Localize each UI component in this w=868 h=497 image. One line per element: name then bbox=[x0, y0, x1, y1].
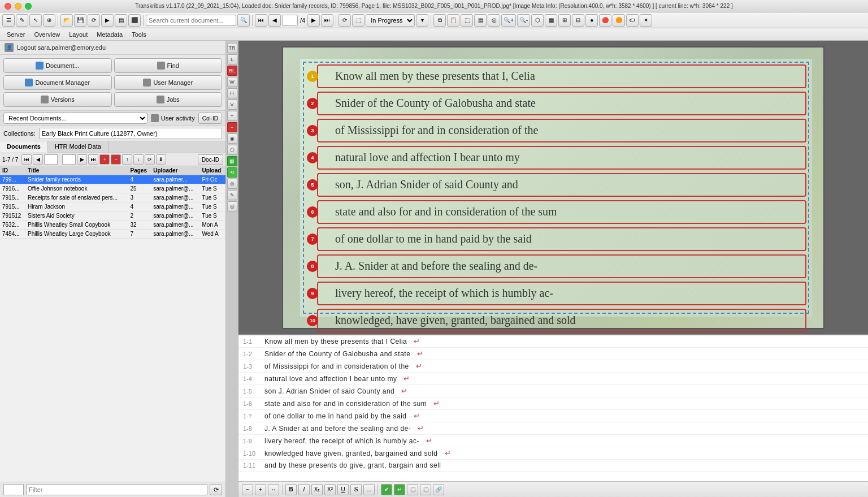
side-tr-icon[interactable]: TR bbox=[227, 43, 237, 53]
side-edit-icon[interactable]: ✎ bbox=[227, 190, 237, 200]
zoom-in-icon[interactable]: 🔍+ bbox=[501, 14, 516, 27]
user-activity-label[interactable]: User activity bbox=[161, 115, 195, 122]
menu-metadata[interactable]: Metadata bbox=[92, 30, 127, 39]
transcription-line[interactable]: 1-3of Mississippi for and in considerati… bbox=[238, 360, 868, 373]
tool15-icon[interactable]: ● bbox=[585, 14, 598, 27]
menu-server[interactable]: Server bbox=[2, 30, 29, 39]
col-header-title[interactable]: Title bbox=[25, 166, 128, 175]
recent-docs-select[interactable]: Recent Documents... bbox=[3, 113, 147, 124]
docs-prev-btn[interactable]: ◀ bbox=[33, 154, 43, 165]
prev-page-button[interactable]: ◀ bbox=[268, 14, 281, 27]
docs-last-btn[interactable]: ⏭ bbox=[88, 154, 98, 165]
transcription-line[interactable]: 1-7of one dollar to me in hand paid by t… bbox=[238, 410, 868, 422]
tool3-icon[interactable]: ▶ bbox=[101, 14, 114, 27]
transcription-line[interactable]: 1-10knowledged have given, granted, barg… bbox=[238, 447, 868, 460]
tool18-icon[interactable]: ✦ bbox=[640, 14, 652, 27]
tool4-icon[interactable]: ▤ bbox=[115, 14, 127, 27]
search-button[interactable]: 🔍 bbox=[237, 14, 250, 27]
tool5-icon[interactable]: ⬛ bbox=[128, 14, 141, 27]
ms-line-1[interactable]: 1 Know all men by these presents that I,… bbox=[317, 64, 806, 88]
table-row[interactable]: 7632...Phillis Wheatley Small Copybook32… bbox=[0, 221, 225, 230]
menu-layout[interactable]: Layout bbox=[64, 30, 92, 39]
document-image-area[interactable]: 1 Know all men by these presents that I,… bbox=[238, 41, 868, 334]
table-row[interactable]: 7915...Receipts for sale of enslaved per… bbox=[0, 193, 225, 202]
paste-icon[interactable]: 📋 bbox=[447, 14, 459, 27]
tool8-icon[interactable]: ⬚ bbox=[461, 14, 473, 27]
status-select[interactable]: In Progress New GT Final bbox=[366, 14, 415, 27]
menu-tools[interactable]: Tools bbox=[127, 30, 151, 39]
minimize-button[interactable] bbox=[15, 3, 21, 10]
ms-line-8[interactable]: 8 J. A. Snider at and before the sealing… bbox=[317, 254, 806, 278]
edit-icon[interactable]: ✎ bbox=[16, 14, 28, 27]
first-page-button[interactable]: ⏮ bbox=[255, 14, 267, 27]
table-row[interactable]: 7484...Phillis Wheatley Large Copybook7s… bbox=[0, 230, 225, 239]
docs-download-btn[interactable]: ↓ bbox=[133, 154, 144, 165]
tag-icon[interactable]: 🏷 bbox=[626, 14, 639, 27]
underline-button[interactable]: U bbox=[337, 484, 349, 495]
table-row[interactable]: 7916...Offie Johnson notebook25sara.palm… bbox=[0, 184, 225, 193]
side-l-icon[interactable]: L bbox=[227, 54, 237, 64]
bold-button[interactable]: B bbox=[285, 484, 297, 495]
cursor-icon[interactable]: ↖ bbox=[29, 14, 42, 27]
status-dropdown-icon[interactable]: ▾ bbox=[416, 14, 428, 27]
filter-input[interactable] bbox=[26, 484, 207, 495]
italic-button[interactable]: I bbox=[298, 484, 310, 495]
ms-line-7[interactable]: 7 of one dollar to me in hand paid by th… bbox=[317, 227, 806, 251]
tool14-icon[interactable]: ⊟ bbox=[572, 14, 584, 27]
transcription-line[interactable]: 1-5son J. Adrian Snider of said County a… bbox=[238, 385, 868, 397]
tool9-icon[interactable]: ▤ bbox=[474, 14, 487, 27]
doc-id-button[interactable]: Doc-ID bbox=[198, 154, 223, 165]
box1-btn[interactable]: ⬚ bbox=[407, 484, 418, 495]
find-button[interactable]: Find bbox=[114, 58, 223, 73]
more-options-btn[interactable]: ... bbox=[363, 484, 375, 495]
side-add-icon[interactable]: ⊕ bbox=[227, 179, 237, 189]
ms-line-2[interactable]: 2 Snider of the County of Galobusha and … bbox=[317, 92, 806, 115]
tool17-icon[interactable]: 🟠 bbox=[613, 14, 625, 27]
table-row[interactable]: 799...Snider family records4sara.palmer.… bbox=[0, 175, 225, 184]
transcription-line[interactable]: 1-11and by these presents do give, grant… bbox=[238, 460, 868, 472]
tool2-icon[interactable]: ⟳ bbox=[88, 14, 100, 27]
docs-page-input[interactable]: 1 bbox=[44, 154, 58, 165]
zoom-out-icon[interactable]: 🔍- bbox=[517, 14, 530, 27]
transcription-line[interactable]: 1-2Snider of the County of Galobusha and… bbox=[238, 348, 868, 360]
return-btn[interactable]: ↵ bbox=[394, 484, 405, 495]
col-id-button[interactable]: Col-ID bbox=[198, 113, 222, 124]
transcription-line[interactable]: 1-6state and also for and in considerati… bbox=[238, 397, 868, 410]
docs-filter-btn[interactable]: ⬇ bbox=[156, 154, 166, 165]
tool10-icon[interactable]: ◎ bbox=[488, 14, 500, 27]
ms-line-6[interactable]: 6 state and also for and in consideratio… bbox=[317, 200, 806, 224]
menu-icon[interactable]: ☰ bbox=[2, 14, 15, 27]
col-header-uploader[interactable]: Uploader bbox=[151, 166, 199, 175]
tool6-icon[interactable]: ⟳ bbox=[338, 14, 351, 27]
strikethrough-button[interactable]: S bbox=[350, 484, 362, 495]
side-h-icon[interactable]: H bbox=[227, 88, 237, 98]
tab-htr-model[interactable]: HTR Model Data bbox=[48, 141, 108, 153]
last-page-button[interactable]: ⏭ bbox=[321, 14, 333, 27]
document-button[interactable]: Document... bbox=[3, 58, 112, 73]
tool1-icon[interactable]: ⊕ bbox=[43, 14, 55, 27]
side-v-icon[interactable]: V bbox=[227, 100, 237, 110]
open-icon[interactable]: 📂 bbox=[60, 14, 73, 27]
superscript-button[interactable]: X² bbox=[324, 484, 336, 495]
green-check-btn[interactable]: ✔ bbox=[381, 484, 392, 495]
filter-refresh-button[interactable]: ⟳ bbox=[210, 484, 222, 495]
text-arrows-btn[interactable]: ↔ bbox=[268, 484, 279, 495]
side-circle-icon[interactable]: ◉ bbox=[227, 133, 237, 144]
col-header-pages[interactable]: Pages bbox=[128, 166, 151, 175]
ms-line-3[interactable]: 3 of Mississippi for and in consideratio… bbox=[317, 119, 806, 142]
link-btn[interactable]: 🔗 bbox=[433, 484, 444, 495]
col-header-upload[interactable]: Upload bbox=[199, 166, 225, 175]
zoom-input[interactable]: 100 bbox=[3, 484, 24, 495]
zoom-button[interactable] bbox=[25, 3, 32, 10]
doc-manager-button[interactable]: Document Manager bbox=[3, 75, 112, 90]
table-row[interactable]: 791512Sisters Aid Society2sara.palmer@..… bbox=[0, 211, 225, 221]
ms-line-5[interactable]: 5 son, J. Adrian Snider of said County a… bbox=[317, 173, 806, 197]
search-input[interactable] bbox=[146, 15, 236, 26]
subscript-button[interactable]: X₂ bbox=[311, 484, 323, 495]
ms-line-4[interactable]: 4 natural love and affection I bear unto… bbox=[317, 146, 806, 170]
text-minus-btn[interactable]: − bbox=[242, 484, 253, 495]
logout-label[interactable]: Logout sara.palmer@emory.edu bbox=[17, 44, 106, 51]
docs-first-btn[interactable]: ⏮ bbox=[21, 154, 32, 165]
ms-line-10[interactable]: 10 knowledged, have given, granted, barg… bbox=[317, 309, 806, 332]
box2-btn[interactable]: ⬚ bbox=[420, 484, 431, 495]
